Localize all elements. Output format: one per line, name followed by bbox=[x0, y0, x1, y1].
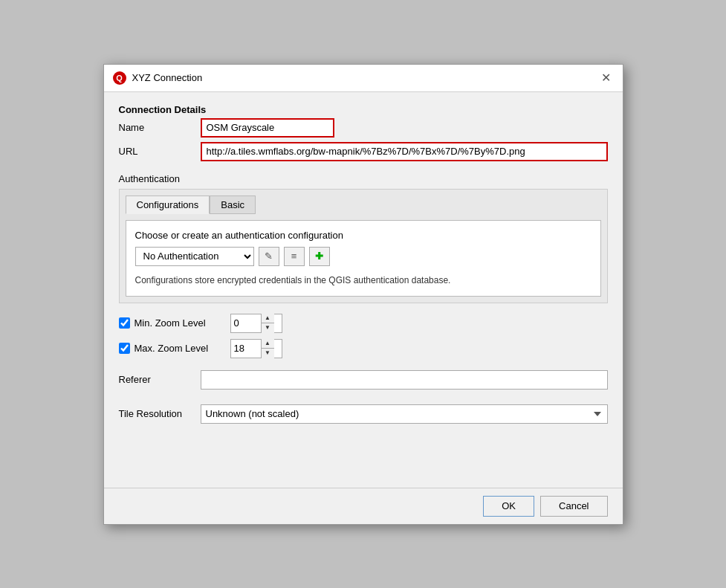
tile-resolution-select[interactable]: Unknown (not scaled) Standard (96 DPI) H… bbox=[201, 404, 608, 424]
dialog-title: XYZ Connection bbox=[132, 72, 203, 83]
connection-details-label: Connection Details bbox=[119, 104, 608, 115]
title-bar: Q XYZ Connection ✕ bbox=[104, 65, 623, 92]
title-bar-left: Q XYZ Connection bbox=[113, 71, 203, 85]
min-zoom-label: Min. Zoom Level bbox=[119, 317, 223, 329]
min-zoom-checkbox[interactable] bbox=[119, 317, 130, 329]
tab-basic[interactable]: Basic bbox=[210, 196, 256, 214]
tile-resolution-row: Tile Resolution Unknown (not scaled) Sta… bbox=[119, 404, 608, 424]
qgis-icon: Q bbox=[113, 71, 126, 85]
authentication-label: Authentication bbox=[119, 173, 608, 184]
auth-controls: No Authentication ✎ ≡ ✚ bbox=[135, 247, 592, 266]
auth-inner: Choose or create an authentication confi… bbox=[126, 220, 601, 297]
referer-row: Referer bbox=[119, 370, 608, 390]
auth-edit-button[interactable]: ✎ bbox=[259, 247, 279, 266]
clear-icon: ≡ bbox=[291, 251, 297, 262]
min-zoom-row: Min. Zoom Level ▲ ▼ bbox=[119, 314, 608, 333]
authentication-box: Configurations Basic Choose or create an… bbox=[119, 189, 608, 303]
cancel-button[interactable]: Cancel bbox=[540, 496, 607, 517]
tile-resolution-label: Tile Resolution bbox=[119, 408, 193, 419]
auth-tabs: Configurations Basic bbox=[126, 196, 601, 214]
auth-dropdown[interactable]: No Authentication bbox=[135, 247, 254, 266]
referer-input[interactable] bbox=[201, 370, 608, 390]
auth-info-text: Configurations store encrypted credentia… bbox=[135, 274, 592, 287]
dialog-footer: OK Cancel bbox=[104, 488, 623, 524]
name-input[interactable] bbox=[201, 118, 334, 138]
tab-configurations[interactable]: Configurations bbox=[126, 196, 210, 214]
auth-config-label: Choose or create an authentication confi… bbox=[135, 230, 592, 241]
url-input[interactable] bbox=[201, 142, 608, 161]
max-zoom-text: Max. Zoom Level bbox=[134, 343, 209, 354]
dialog-body: Connection Details Name URL Authenticati… bbox=[104, 92, 623, 488]
edit-icon: ✎ bbox=[265, 251, 273, 262]
xyz-connection-dialog: Q XYZ Connection ✕ Connection Details Na… bbox=[103, 64, 623, 525]
add-icon: ✚ bbox=[315, 251, 323, 262]
max-zoom-checkbox[interactable] bbox=[119, 343, 130, 354]
max-zoom-spinbox: ▲ ▼ bbox=[230, 339, 282, 358]
name-label: Name bbox=[119, 122, 193, 133]
min-zoom-spinbox: ▲ ▼ bbox=[230, 314, 282, 333]
auth-add-button[interactable]: ✚ bbox=[309, 247, 330, 266]
min-zoom-input[interactable] bbox=[231, 314, 261, 332]
max-zoom-input[interactable] bbox=[231, 340, 261, 358]
close-button[interactable]: ✕ bbox=[598, 71, 614, 85]
max-zoom-arrows: ▲ ▼ bbox=[261, 339, 274, 358]
zoom-section: Min. Zoom Level ▲ ▼ Max. Zoom Level bbox=[119, 314, 608, 358]
max-zoom-up[interactable]: ▲ bbox=[262, 339, 274, 349]
auth-clear-button[interactable]: ≡ bbox=[284, 247, 305, 266]
connection-details-section: Connection Details Name URL bbox=[119, 104, 608, 166]
min-zoom-arrows: ▲ ▼ bbox=[261, 314, 274, 333]
referer-label: Referer bbox=[119, 374, 193, 385]
max-zoom-row: Max. Zoom Level ▲ ▼ bbox=[119, 339, 608, 358]
url-row: URL bbox=[119, 142, 608, 161]
max-zoom-down[interactable]: ▼ bbox=[262, 349, 274, 358]
max-zoom-label: Max. Zoom Level bbox=[119, 343, 223, 354]
min-zoom-down[interactable]: ▼ bbox=[262, 323, 274, 333]
min-zoom-up[interactable]: ▲ bbox=[262, 314, 274, 324]
name-row: Name bbox=[119, 118, 608, 138]
url-label: URL bbox=[119, 146, 193, 157]
min-zoom-text: Min. Zoom Level bbox=[134, 317, 206, 329]
ok-button[interactable]: OK bbox=[483, 496, 534, 517]
authentication-section: Authentication Configurations Basic Choo… bbox=[119, 173, 608, 303]
